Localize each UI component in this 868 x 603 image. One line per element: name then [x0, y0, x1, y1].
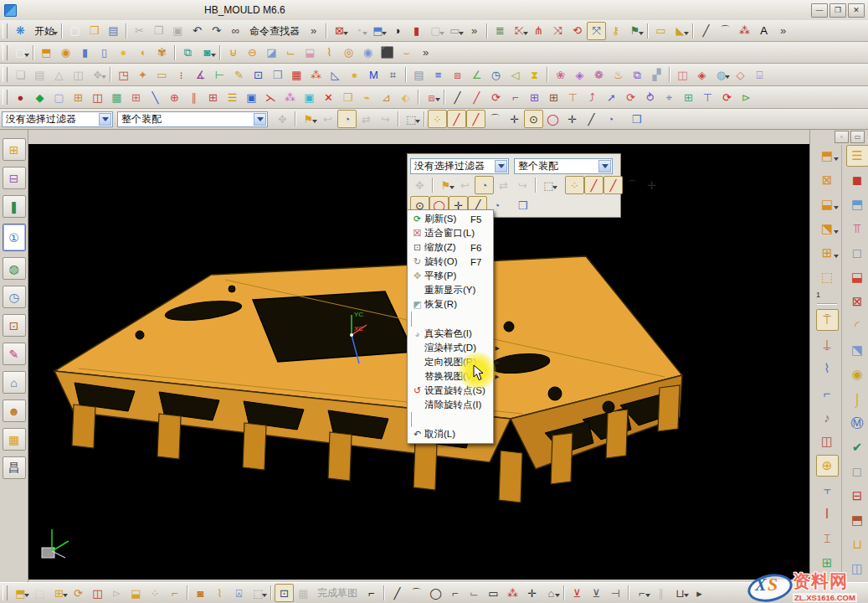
toolbar-icon[interactable]: ▢: [49, 88, 69, 106]
toolbar-icon[interactable]: ▭: [152, 65, 172, 84]
toolbar-icon[interactable]: ✕: [319, 88, 338, 106]
toolbar-icon[interactable]: ⬓: [846, 266, 868, 288]
toolbar-icon[interactable]: ⊠: [846, 291, 868, 312]
toolbar-icon[interactable]: ⬚: [816, 266, 839, 288]
toolbar-icon[interactable]: ⊞: [679, 88, 698, 106]
subtract-icon[interactable]: ⊖: [243, 44, 262, 62]
toolbar-icon[interactable]: ⫟: [816, 479, 839, 501]
toolbar-icon[interactable]: ⚷: [606, 22, 625, 40]
toolbar-icon[interactable]: ❀: [551, 65, 570, 84]
toolbar-icon[interactable]: ⊕: [816, 455, 839, 477]
toolbar-icon[interactable]: ◁: [506, 65, 525, 84]
toolbar-icon[interactable]: ⌂: [542, 584, 561, 602]
toolbar-icon[interactable]: ●: [345, 65, 364, 84]
selection-icon[interactable]: ✛: [562, 110, 582, 128]
part-navigator-icon[interactable]: ❚: [3, 195, 26, 218]
minimize-button[interactable]: —: [811, 3, 828, 18]
toolbar-icon[interactable]: ⟳: [621, 88, 640, 106]
toolbar-icon[interactable]: ◈: [692, 65, 711, 84]
selection-icon[interactable]: ╱: [582, 110, 601, 128]
toolbar-icon[interactable]: ◜: [846, 315, 868, 337]
toolbar-icon[interactable]: ⊳: [107, 584, 126, 602]
extrude-icon[interactable]: ⬒: [37, 44, 56, 62]
toolbar-icon[interactable]: ▢: [426, 22, 445, 40]
toolbar-icon[interactable]: ⧉: [178, 44, 198, 62]
toolbar-icon[interactable]: ⌐: [165, 584, 184, 602]
toolbar-icon[interactable]: ▭: [445, 22, 465, 40]
graphics-viewport[interactable]: YC XC 没有选择过滤器: [28, 144, 809, 580]
roles-icon[interactable]: ✎: [3, 343, 26, 365]
toolbar-icon[interactable]: ⊿: [377, 88, 396, 106]
toolbar-icon[interactable]: ◔: [349, 22, 368, 40]
toolbar-icon[interactable]: ⌇: [210, 584, 229, 602]
palette-icon[interactable]: ╱: [603, 176, 623, 194]
panel-button[interactable]: ▫: [835, 131, 849, 143]
menu-item[interactable]: [49, 8, 62, 13]
revolve-icon[interactable]: ◉: [56, 44, 75, 62]
toolbar-icon[interactable]: ╱: [467, 88, 486, 106]
toolbar-icon[interactable]: ☰: [223, 88, 242, 106]
toolbar-icon[interactable]: M: [364, 65, 383, 84]
toolbar-icon[interactable]: ♪: [816, 406, 839, 428]
toolbar-icon[interactable]: ◍: [711, 65, 731, 84]
palette-icon[interactable]: [535, 178, 537, 193]
selection-icon[interactable]: ⊙: [524, 110, 543, 128]
command-finder-icon[interactable]: ∞: [226, 22, 245, 40]
toolbar-icon[interactable]: ◪: [262, 44, 281, 62]
toolbar-icon[interactable]: ➚: [602, 88, 621, 106]
selection-icon[interactable]: ↩: [318, 110, 337, 128]
redo-icon[interactable]: ↷: [207, 22, 226, 40]
menu-item[interactable]: [62, 8, 75, 13]
menu-item[interactable]: [156, 8, 169, 13]
toolbar-icon[interactable]: ⊳: [737, 88, 756, 106]
toolbar-icon[interactable]: [647, 23, 649, 39]
toolbar-icon[interactable]: ⊞: [525, 88, 544, 106]
palette-icon[interactable]: ⬚: [539, 176, 558, 194]
nx-logo-icon[interactable]: ❋: [11, 22, 30, 40]
line-icon[interactable]: ╱: [388, 584, 407, 602]
toolbar-icon[interactable]: Ⅰ: [816, 503, 839, 525]
dropdown-arrow-icon[interactable]: [99, 113, 111, 126]
close-button[interactable]: ✕: [848, 3, 865, 18]
toolbar-icon[interactable]: ⊻: [568, 584, 587, 602]
toolbar-icon[interactable]: [270, 585, 272, 600]
toolbar-icon[interactable]: ▦: [287, 65, 306, 84]
toolbar-icon[interactable]: ◉: [846, 363, 868, 385]
selection-icon[interactable]: ❒: [627, 110, 646, 128]
toolbar-icon[interactable]: ◻: [846, 242, 868, 264]
menu-item-zoom[interactable]: ⊡ 缩放(Z) F6 ▶: [408, 240, 492, 255]
toolbar-icon[interactable]: ⬚: [30, 584, 49, 602]
arc-icon[interactable]: ⌒: [407, 584, 426, 602]
toolbar-icon[interactable]: ⍊: [816, 333, 839, 355]
save-icon[interactable]: ▤: [104, 22, 123, 40]
toolbar-icon[interactable]: ⊞: [49, 584, 69, 602]
toolbar-icon[interactable]: ∥: [184, 88, 203, 106]
restore-button[interactable]: ❐: [829, 3, 846, 18]
palette-icon[interactable]: ❒: [513, 196, 532, 214]
toolbar-icon[interactable]: ⟳: [69, 584, 88, 602]
menu-item-pan[interactable]: ✥ 平移(P) ▶: [408, 269, 492, 283]
toolbar-icon[interactable]: ◙: [191, 584, 210, 602]
start-button[interactable]: 开始: [30, 22, 59, 40]
toolbar-icon[interactable]: ⬓: [126, 584, 146, 602]
selection-icon[interactable]: ◯: [543, 110, 562, 128]
cylinder-icon[interactable]: ▯: [95, 44, 114, 62]
toolbar-icon[interactable]: ⬒: [816, 145, 839, 167]
toolbar-icon[interactable]: ⬖: [396, 88, 415, 106]
toolbar-icon[interactable]: [817, 303, 837, 305]
toolbar-icon[interactable]: ▤: [30, 65, 49, 84]
selection-icon[interactable]: ⚑: [299, 110, 318, 128]
toolbar-icon[interactable]: ◷: [486, 65, 506, 84]
toolbar-icon[interactable]: ⌐: [816, 382, 839, 404]
toolbar-icon[interactable]: ⬒: [846, 193, 868, 215]
toolbar-icon[interactable]: ▣: [242, 88, 261, 106]
toolbar-icon[interactable]: ⬔: [816, 218, 839, 240]
dropdown-arrow-icon[interactable]: [495, 160, 507, 173]
toolbar-icon[interactable]: ◙: [198, 44, 217, 62]
palette-icon[interactable]: ✥: [410, 176, 429, 194]
toolbar-icon[interactable]: ⤨: [548, 22, 568, 40]
toolbar-icon[interactable]: [563, 585, 565, 600]
selection-icon[interactable]: ╱: [466, 110, 485, 128]
toolbar-icon[interactable]: ⊞: [69, 88, 88, 106]
palette-icon[interactable]: ✛: [642, 176, 661, 194]
